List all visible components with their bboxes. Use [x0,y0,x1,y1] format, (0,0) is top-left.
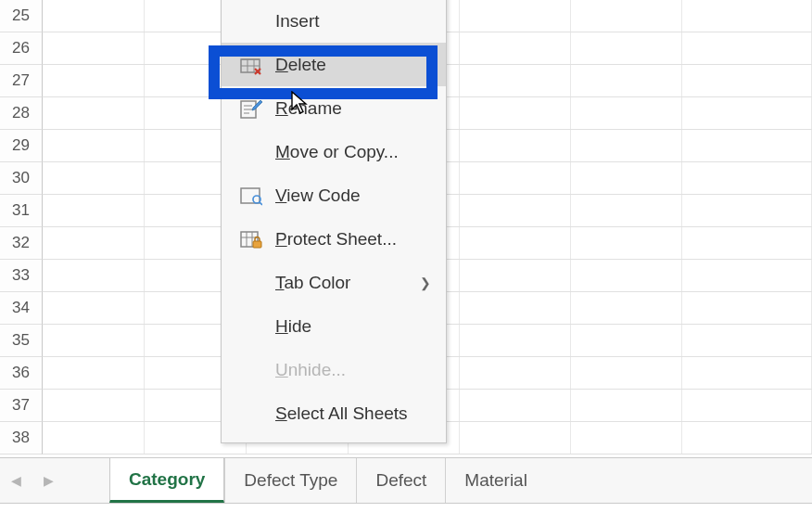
menu-item-select-all-sheets[interactable]: Select All Sheets [222,391,446,435]
row-header[interactable]: 37 [0,390,43,422]
menu-label: Insert [275,11,320,32]
row-header[interactable]: 36 [0,357,43,390]
cell[interactable] [571,130,682,161]
menu-item-tab-color[interactable]: Tab Color ❯ [222,261,446,304]
row-header[interactable]: 34 [0,292,43,325]
row-header[interactable]: 27 [0,65,43,97]
cell[interactable] [460,65,571,96]
cell[interactable] [460,422,571,454]
rename-icon [240,98,275,119]
cell[interactable] [571,390,682,421]
row-header[interactable]: 29 [0,130,43,162]
cell[interactable] [43,325,145,356]
tab-nav-arrows[interactable]: ◀ ▶ [11,473,54,488]
cell[interactable] [571,260,682,291]
cell[interactable] [571,227,682,259]
row-header[interactable]: 25 [0,0,43,32]
cell[interactable] [682,390,812,421]
cell[interactable] [43,32,145,64]
row-header[interactable]: 38 [0,422,43,455]
status-bar [0,504,812,525]
menu-label: View Code [275,186,361,206]
view-code-icon [240,186,275,206]
cell[interactable] [460,195,571,226]
cell[interactable] [571,162,682,194]
svg-rect-18 [253,241,261,248]
menu-item-hide[interactable]: Hide [222,304,446,348]
cell[interactable] [43,260,145,291]
menu-label: Hide [275,316,311,337]
menu-item-protect-sheet[interactable]: Protect Sheet... [222,217,446,261]
menu-item-insert[interactable]: Insert [222,0,446,43]
cell[interactable] [682,227,812,259]
tab-nav-next-icon[interactable]: ▶ [44,473,54,488]
cell[interactable] [460,32,571,64]
cell[interactable] [43,357,145,389]
sheet-tab-defect-type[interactable]: Defect Type [224,458,356,503]
cell[interactable] [460,357,571,389]
cell[interactable] [571,65,682,96]
menu-item-rename[interactable]: Rename [222,86,446,130]
cell[interactable] [571,422,682,454]
menu-item-unhide: Unhide... [222,348,446,391]
menu-item-view-code[interactable]: View Code [222,173,446,217]
cell[interactable] [43,422,145,454]
cell[interactable] [571,195,682,226]
cell[interactable] [571,357,682,389]
row-header[interactable]: 28 [0,97,43,130]
menu-label: Unhide... [275,360,346,380]
cell[interactable] [460,260,571,291]
cell[interactable] [682,162,812,194]
sheet-tab-strip: ◀ ▶ Category Defect Type Defect Material [0,457,812,504]
cell[interactable] [43,65,145,96]
cell[interactable] [682,195,812,226]
menu-label: Rename [275,98,342,119]
cell[interactable] [460,130,571,161]
tab-nav-prev-icon[interactable]: ◀ [11,473,21,488]
row-header[interactable]: 30 [0,162,43,195]
cell[interactable] [571,0,682,32]
cell[interactable] [682,260,812,291]
sheet-tab-category[interactable]: Category [109,458,224,503]
cell[interactable] [571,325,682,356]
cell[interactable] [43,0,145,32]
cell[interactable] [460,325,571,356]
row-header[interactable]: 31 [0,195,43,227]
cell[interactable] [682,32,812,64]
cell[interactable] [682,97,812,129]
cell[interactable] [43,97,145,129]
cell[interactable] [571,292,682,324]
cell[interactable] [682,0,812,32]
cell[interactable] [682,325,812,356]
cell[interactable] [571,97,682,129]
menu-item-delete[interactable]: Delete [222,43,446,86]
cell[interactable] [460,97,571,129]
cell[interactable] [460,0,571,32]
protect-sheet-icon [240,229,275,250]
cell[interactable] [460,162,571,194]
cell[interactable] [43,195,145,226]
row-header[interactable]: 32 [0,227,43,260]
cell[interactable] [43,162,145,194]
menu-label: Select All Sheets [275,403,408,424]
cell[interactable] [571,32,682,64]
cell[interactable] [43,130,145,161]
menu-item-move-or-copy[interactable]: Move or Copy... [222,130,446,173]
cell[interactable] [682,292,812,324]
cell[interactable] [682,130,812,161]
sheet-tab-context-menu: Insert Delete Rename [221,0,447,443]
cell[interactable] [460,292,571,324]
cell[interactable] [43,390,145,421]
sheet-tab-material[interactable]: Material [445,458,546,503]
sheet-tab-defect[interactable]: Defect [356,458,445,503]
row-header[interactable]: 35 [0,325,43,357]
cell[interactable] [682,422,812,454]
cell[interactable] [682,65,812,96]
cell[interactable] [460,227,571,259]
cell[interactable] [43,227,145,259]
cell[interactable] [682,357,812,389]
row-header[interactable]: 33 [0,260,43,292]
cell[interactable] [43,292,145,324]
row-header[interactable]: 26 [0,32,43,65]
cell[interactable] [460,390,571,421]
